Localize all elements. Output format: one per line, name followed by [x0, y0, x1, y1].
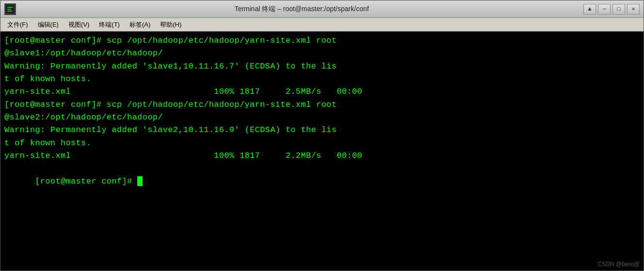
- menu-terminal[interactable]: 终端(T): [94, 19, 125, 30]
- svg-rect-2: [7, 9, 11, 10]
- terminal-line-5: [root@master conf]# scp /opt/hadoop/etc/…: [4, 99, 640, 111]
- titlebar: Terminal 终端 – root@master:/opt/spark/con…: [0, 0, 644, 18]
- menubar: 文件(F) 编辑(E) 视图(V) 终端(T) 标签(A) 帮助(H): [0, 18, 644, 32]
- menu-tabs[interactable]: 标签(A): [125, 19, 155, 30]
- menu-file[interactable]: 文件(F): [2, 19, 33, 30]
- app-icon: [4, 3, 16, 15]
- terminal-line-0: [root@master conf]# scp /opt/hadoop/etc/…: [4, 34, 640, 47]
- terminal-line-7: Warning: Permanently added 'slave2,10.11…: [4, 124, 640, 136]
- titlebar-maximize-button[interactable]: □: [612, 4, 625, 15]
- titlebar-up-button[interactable]: ▲: [583, 4, 596, 15]
- terminal-window: Terminal 终端 – root@master:/opt/spark/con…: [0, 0, 644, 271]
- terminal-line-8: t of known hosts.: [4, 137, 640, 150]
- menu-edit[interactable]: 编辑(E): [33, 19, 64, 30]
- terminal-line-10: [root@master conf]#: [4, 162, 640, 201]
- terminal-line-2: Warning: Permanently added 'slave1,10.11…: [4, 60, 640, 73]
- terminal-line-4: yarn-site.xml 100% 1817 2.5MB/s 00:00: [4, 85, 640, 98]
- titlebar-close-button[interactable]: ✕: [627, 4, 640, 15]
- window-title: Terminal 终端 – root@master:/opt/spark/con…: [234, 5, 369, 14]
- titlebar-left: [4, 3, 20, 15]
- watermark: CSDN @beixi@: [598, 261, 640, 268]
- terminal-line-6: @slave2:/opt/hadoop/etc/hadoop/: [4, 111, 640, 124]
- menu-help[interactable]: 帮助(H): [155, 19, 186, 30]
- terminal-cursor: [137, 176, 143, 186]
- svg-rect-3: [7, 11, 12, 12]
- titlebar-controls: ▲ ─ □ ✕: [583, 4, 640, 15]
- terminal-line-9: yarn-site.xml 100% 1817 2.2MB/s 00:00: [4, 150, 640, 162]
- terminal-line-1: @slave1:/opt/hadoop/etc/hadoop/: [4, 47, 640, 60]
- terminal-body[interactable]: [root@master conf]# scp /opt/hadoop/etc/…: [0, 32, 644, 271]
- svg-rect-1: [7, 7, 13, 8]
- titlebar-minimize-button[interactable]: ─: [598, 4, 611, 15]
- menu-view[interactable]: 视图(V): [64, 19, 94, 30]
- terminal-line-3: t of known hosts.: [4, 73, 640, 85]
